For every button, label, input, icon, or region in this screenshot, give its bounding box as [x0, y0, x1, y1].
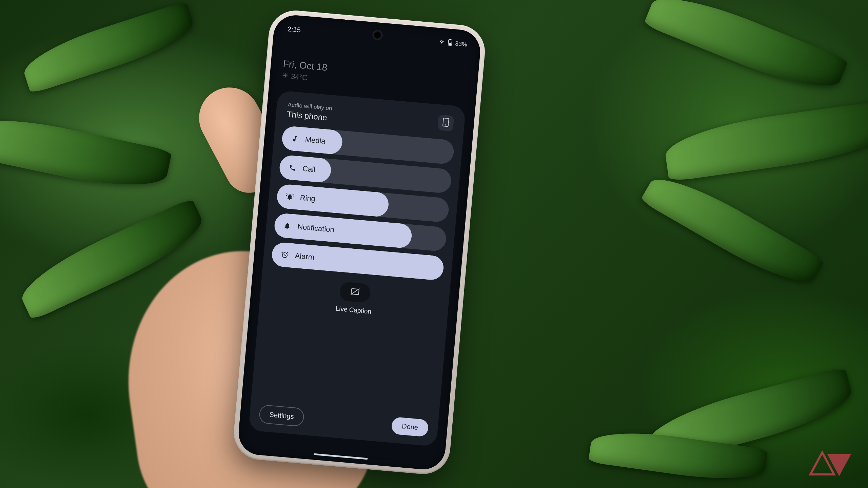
caption-off-icon — [350, 287, 360, 297]
bell-icon — [283, 221, 292, 230]
phone-device-icon — [442, 118, 449, 128]
sun-icon: ☀ — [282, 71, 289, 80]
live-caption-toggle[interactable] — [339, 282, 371, 303]
slider-ring-label: Ring — [300, 193, 316, 203]
battery-icon — [447, 39, 453, 47]
status-time: 2:15 — [287, 25, 301, 34]
slider-call-label: Call — [302, 164, 316, 174]
audio-output-device: This phone — [287, 109, 332, 123]
nav-gesture-pill[interactable] — [314, 453, 368, 460]
homescreen-temp: 34°C — [291, 72, 308, 82]
battery-percent: 33% — [455, 40, 468, 48]
watermark-logo — [804, 447, 858, 481]
volume-sliders: Media Call — [271, 125, 455, 281]
phone-icon — [288, 163, 297, 172]
svg-rect-1 — [450, 39, 451, 39]
alarm-icon — [280, 250, 289, 259]
volume-panel: Audio will play on This phone — [248, 90, 466, 447]
svg-rect-2 — [449, 43, 451, 45]
ring-icon — [285, 192, 294, 201]
live-caption-label: Live Caption — [335, 305, 372, 316]
done-button[interactable]: Done — [391, 416, 429, 437]
phone-frame: 2:15 33% Fri, Oct 18 ☀ 34°C — [232, 8, 487, 476]
slider-media-label: Media — [305, 135, 326, 146]
music-note-icon — [291, 134, 299, 143]
phone-screen: 2:15 33% Fri, Oct 18 ☀ 34°C — [237, 14, 482, 471]
slider-alarm-label: Alarm — [295, 251, 315, 262]
wifi-icon — [438, 39, 445, 46]
settings-button[interactable]: Settings — [258, 404, 305, 427]
svg-point-4 — [445, 124, 446, 125]
output-device-button[interactable] — [437, 115, 454, 131]
